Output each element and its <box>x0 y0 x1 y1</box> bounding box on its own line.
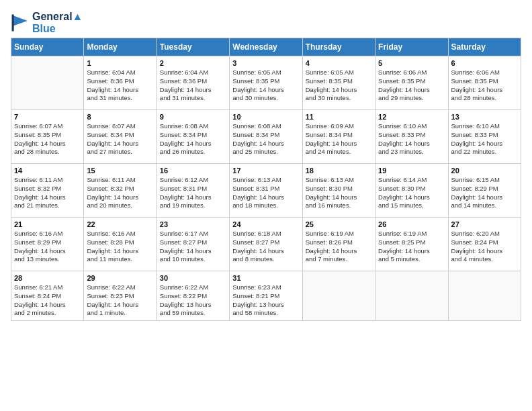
day-number: 13 <box>451 113 518 121</box>
day-info: Sunrise: 6:12 AM Sunset: 8:31 PM Dayligh… <box>160 176 226 210</box>
day-number: 16 <box>160 167 226 175</box>
calendar-cell <box>11 56 84 110</box>
day-info: Sunrise: 6:13 AM Sunset: 8:30 PM Dayligh… <box>306 176 372 210</box>
day-info: Sunrise: 6:22 AM Sunset: 8:23 PM Dayligh… <box>87 283 153 318</box>
calendar-week-2: 7Sunrise: 6:07 AM Sunset: 8:35 PM Daylig… <box>11 110 521 164</box>
logo: General▲ Blue <box>11 11 83 35</box>
calendar-week-4: 21Sunrise: 6:16 AM Sunset: 8:29 PM Dayli… <box>11 218 521 271</box>
calendar-cell: 1Sunrise: 6:04 AM Sunset: 8:36 PM Daylig… <box>84 56 157 110</box>
calendar-cell: 26Sunrise: 6:19 AM Sunset: 8:25 PM Dayli… <box>375 218 448 271</box>
day-number: 26 <box>378 220 445 228</box>
day-number: 6 <box>451 59 518 67</box>
day-number: 10 <box>232 113 299 121</box>
logo-text: General▲ Blue <box>32 11 83 35</box>
header-sunday: Sunday <box>11 38 84 56</box>
day-info: Sunrise: 6:08 AM Sunset: 8:34 PM Dayligh… <box>160 122 226 156</box>
day-info: Sunrise: 6:22 AM Sunset: 8:22 PM Dayligh… <box>160 283 226 318</box>
day-number: 2 <box>160 59 226 67</box>
day-info: Sunrise: 6:04 AM Sunset: 8:36 PM Dayligh… <box>160 68 226 103</box>
calendar-header-row: SundayMondayTuesdayWednesdayThursdayFrid… <box>11 38 521 56</box>
calendar-cell: 10Sunrise: 6:08 AM Sunset: 8:34 PM Dayli… <box>230 110 302 164</box>
day-number: 12 <box>378 113 445 121</box>
day-number: 27 <box>451 220 518 228</box>
day-info: Sunrise: 6:07 AM Sunset: 8:35 PM Dayligh… <box>14 122 81 156</box>
calendar-week-3: 14Sunrise: 6:11 AM Sunset: 8:32 PM Dayli… <box>11 164 521 218</box>
day-info: Sunrise: 6:13 AM Sunset: 8:31 PM Dayligh… <box>232 176 299 210</box>
day-number: 1 <box>87 59 153 67</box>
calendar-cell: 4Sunrise: 6:05 AM Sunset: 8:35 PM Daylig… <box>302 56 375 110</box>
calendar-cell <box>375 271 448 321</box>
calendar-cell: 5Sunrise: 6:06 AM Sunset: 8:35 PM Daylig… <box>375 56 448 110</box>
day-info: Sunrise: 6:19 AM Sunset: 8:25 PM Dayligh… <box>378 230 445 264</box>
day-info: Sunrise: 6:17 AM Sunset: 8:27 PM Dayligh… <box>160 230 226 264</box>
day-number: 31 <box>232 274 299 282</box>
day-info: Sunrise: 6:08 AM Sunset: 8:34 PM Dayligh… <box>232 122 299 156</box>
day-info: Sunrise: 6:15 AM Sunset: 8:29 PM Dayligh… <box>451 176 518 210</box>
calendar-week-1: 1Sunrise: 6:04 AM Sunset: 8:36 PM Daylig… <box>11 56 521 110</box>
day-info: Sunrise: 6:05 AM Sunset: 8:35 PM Dayligh… <box>232 68 299 103</box>
calendar-cell: 30Sunrise: 6:22 AM Sunset: 8:22 PM Dayli… <box>157 271 229 321</box>
day-number: 22 <box>87 220 153 228</box>
day-number: 28 <box>14 274 81 282</box>
calendar-cell <box>302 271 375 321</box>
calendar-cell: 16Sunrise: 6:12 AM Sunset: 8:31 PM Dayli… <box>157 164 229 218</box>
day-info: Sunrise: 6:11 AM Sunset: 8:32 PM Dayligh… <box>87 176 153 210</box>
logo-icon <box>11 13 30 32</box>
day-number: 7 <box>14 113 81 121</box>
day-number: 29 <box>87 274 153 282</box>
calendar-cell: 28Sunrise: 6:21 AM Sunset: 8:24 PM Dayli… <box>11 271 84 321</box>
calendar-cell: 31Sunrise: 6:23 AM Sunset: 8:21 PM Dayli… <box>230 271 302 321</box>
day-info: Sunrise: 6:20 AM Sunset: 8:24 PM Dayligh… <box>451 230 518 264</box>
day-number: 20 <box>451 167 518 175</box>
calendar-cell: 19Sunrise: 6:14 AM Sunset: 8:30 PM Dayli… <box>375 164 448 218</box>
calendar-cell: 8Sunrise: 6:07 AM Sunset: 8:34 PM Daylig… <box>84 110 157 164</box>
calendar-cell: 12Sunrise: 6:10 AM Sunset: 8:33 PM Dayli… <box>375 110 448 164</box>
calendar-cell: 13Sunrise: 6:10 AM Sunset: 8:33 PM Dayli… <box>448 110 521 164</box>
day-info: Sunrise: 6:16 AM Sunset: 8:28 PM Dayligh… <box>87 230 153 264</box>
day-info: Sunrise: 6:09 AM Sunset: 8:34 PM Dayligh… <box>306 122 372 156</box>
calendar-cell: 11Sunrise: 6:09 AM Sunset: 8:34 PM Dayli… <box>302 110 375 164</box>
calendar-cell: 15Sunrise: 6:11 AM Sunset: 8:32 PM Dayli… <box>84 164 157 218</box>
day-number: 21 <box>14 220 81 228</box>
header-friday: Friday <box>375 38 448 56</box>
header-monday: Monday <box>84 38 157 56</box>
day-number: 19 <box>378 167 445 175</box>
calendar-cell: 9Sunrise: 6:08 AM Sunset: 8:34 PM Daylig… <box>157 110 229 164</box>
day-number: 15 <box>87 167 153 175</box>
header-wednesday: Wednesday <box>230 38 302 56</box>
calendar-cell: 3Sunrise: 6:05 AM Sunset: 8:35 PM Daylig… <box>230 56 302 110</box>
day-number: 25 <box>306 220 372 228</box>
svg-rect-2 <box>12 15 14 32</box>
day-number: 18 <box>306 167 372 175</box>
day-info: Sunrise: 6:10 AM Sunset: 8:33 PM Dayligh… <box>378 122 445 156</box>
day-info: Sunrise: 6:05 AM Sunset: 8:35 PM Dayligh… <box>306 68 372 103</box>
calendar-cell: 14Sunrise: 6:11 AM Sunset: 8:32 PM Dayli… <box>11 164 84 218</box>
day-number: 4 <box>306 59 372 67</box>
day-info: Sunrise: 6:10 AM Sunset: 8:33 PM Dayligh… <box>451 122 518 156</box>
calendar-cell: 7Sunrise: 6:07 AM Sunset: 8:35 PM Daylig… <box>11 110 84 164</box>
day-info: Sunrise: 6:06 AM Sunset: 8:35 PM Dayligh… <box>378 68 445 103</box>
day-info: Sunrise: 6:19 AM Sunset: 8:26 PM Dayligh… <box>306 230 372 264</box>
day-info: Sunrise: 6:16 AM Sunset: 8:29 PM Dayligh… <box>14 230 81 264</box>
day-number: 30 <box>160 274 226 282</box>
calendar-cell: 23Sunrise: 6:17 AM Sunset: 8:27 PM Dayli… <box>157 218 229 271</box>
day-number: 5 <box>378 59 445 67</box>
day-number: 8 <box>87 113 153 121</box>
calendar-cell: 29Sunrise: 6:22 AM Sunset: 8:23 PM Dayli… <box>84 271 157 321</box>
day-info: Sunrise: 6:07 AM Sunset: 8:34 PM Dayligh… <box>87 122 153 156</box>
day-number: 11 <box>306 113 372 121</box>
day-info: Sunrise: 6:18 AM Sunset: 8:27 PM Dayligh… <box>232 230 299 264</box>
day-info: Sunrise: 6:23 AM Sunset: 8:21 PM Dayligh… <box>232 283 299 318</box>
day-number: 3 <box>232 59 299 67</box>
calendar-cell: 27Sunrise: 6:20 AM Sunset: 8:24 PM Dayli… <box>448 218 521 271</box>
day-info: Sunrise: 6:04 AM Sunset: 8:36 PM Dayligh… <box>87 68 153 103</box>
day-info: Sunrise: 6:14 AM Sunset: 8:30 PM Dayligh… <box>378 176 445 210</box>
header-saturday: Saturday <box>448 38 521 56</box>
header-tuesday: Tuesday <box>157 38 229 56</box>
calendar-week-5: 28Sunrise: 6:21 AM Sunset: 8:24 PM Dayli… <box>11 271 521 321</box>
day-info: Sunrise: 6:11 AM Sunset: 8:32 PM Dayligh… <box>14 176 81 210</box>
calendar-cell: 25Sunrise: 6:19 AM Sunset: 8:26 PM Dayli… <box>302 218 375 271</box>
day-number: 9 <box>160 113 226 121</box>
calendar-table: SundayMondayTuesdayWednesdayThursdayFrid… <box>11 38 521 321</box>
day-info: Sunrise: 6:06 AM Sunset: 8:35 PM Dayligh… <box>451 68 518 103</box>
